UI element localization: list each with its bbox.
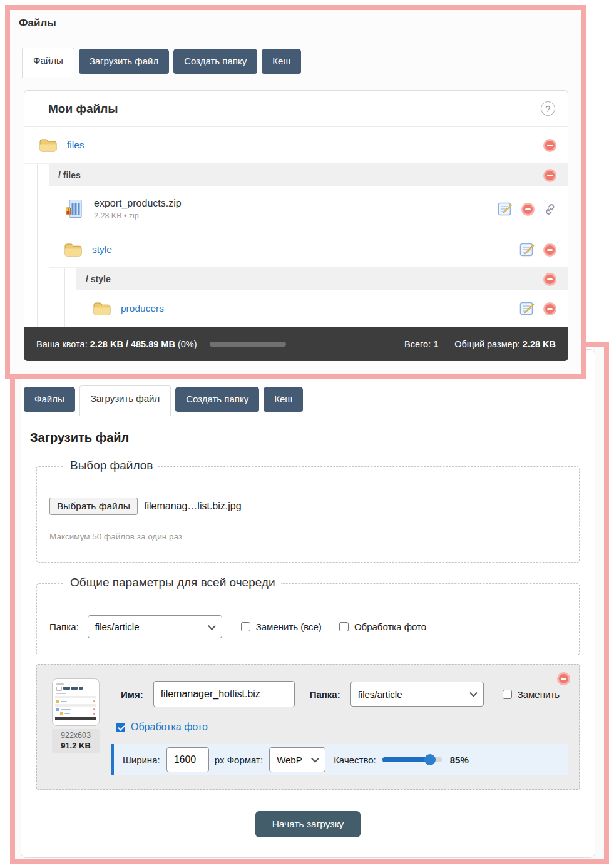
file-row-zip: export_products.zip 2.28 KB • zip	[49, 186, 568, 232]
files-section-annotation-frame: Файлы Файлы Загрузить файл Создать папку…	[5, 5, 586, 379]
quota-bar: Ваша квота: 2.28 KB / 485.89 MB (0%) Все…	[24, 327, 568, 361]
quality-label: Качество:	[334, 755, 376, 765]
folder-select[interactable]: files/article	[88, 615, 222, 638]
photo-processing-checkbox[interactable]	[339, 622, 349, 631]
width-input[interactable]	[166, 747, 209, 772]
tab-create-folder[interactable]: Создать папку	[173, 49, 257, 74]
upload-queue-item: 922x603 91.2 KB Имя: Папка: files/articl…	[36, 664, 580, 790]
tab-cache[interactable]: Кеш	[264, 387, 303, 412]
delete-icon[interactable]	[543, 243, 556, 257]
delete-icon[interactable]	[543, 169, 556, 182]
quality-value: 85%	[450, 755, 469, 765]
remove-item-icon[interactable]	[557, 672, 570, 685]
file-select-legend: Выбор файлов	[64, 459, 158, 472]
common-params-fieldset: Общие параметры для всей очереди Папка: …	[36, 583, 580, 655]
format-select[interactable]: WebP	[269, 747, 325, 772]
item-folder-select[interactable]: files/article	[350, 682, 484, 707]
edit-icon[interactable]	[519, 242, 535, 257]
image-size-chip: 922x603 91.2 KB	[52, 729, 100, 753]
folder-group-files: / files export_products.z	[37, 164, 568, 327]
item-replace-label: Заменить	[518, 689, 560, 700]
replace-all-checkbox[interactable]	[241, 622, 250, 631]
chevron-down-icon	[311, 755, 319, 763]
quota-value: 2.28 KB / 485.89 MB	[90, 339, 175, 349]
path-bar-files: / files	[49, 164, 568, 186]
name-input[interactable]	[153, 681, 295, 707]
quota-percent: (0%)	[178, 339, 197, 349]
path-label: / files	[58, 170, 81, 180]
tab-files[interactable]: Файлы	[22, 48, 74, 78]
image-dimensions: 922x603	[52, 731, 100, 740]
folder-icon	[93, 301, 111, 316]
folder-select-value: files/article	[95, 621, 140, 632]
chevron-down-icon	[208, 622, 216, 630]
folder-link[interactable]: style	[92, 244, 112, 255]
tab-create-folder[interactable]: Создать папку	[175, 387, 259, 412]
folder-link[interactable]: files	[67, 140, 84, 151]
quota-label: Ваша квота:	[36, 339, 88, 349]
folder-row-style: style	[49, 232, 568, 268]
start-upload-button[interactable]: Начать загрузку	[255, 811, 361, 837]
format-select-value: WebP	[277, 755, 302, 765]
quality-slider[interactable]	[382, 754, 442, 765]
folder-group-style: / style producers	[64, 268, 568, 327]
zip-file-icon	[65, 199, 83, 219]
window-title: Файлы	[19, 17, 56, 29]
tab-cache[interactable]: Кеш	[262, 49, 301, 74]
thumbnail-preview	[52, 678, 100, 726]
edit-icon[interactable]	[498, 202, 513, 217]
item-folder-label: Папка:	[310, 689, 340, 700]
folder-row-files: files	[24, 127, 568, 164]
path-label: / style	[86, 274, 111, 284]
name-label: Имя:	[121, 689, 143, 700]
format-label: px Формат:	[215, 755, 263, 765]
width-label: Ширина:	[123, 755, 160, 765]
common-params-legend: Общие параметры для всей очереди	[64, 576, 281, 590]
total-count: Всего: 1	[404, 339, 438, 349]
delete-icon[interactable]	[543, 273, 556, 286]
chevron-down-icon	[469, 689, 478, 697]
total-size: Общий размер: 2.28 KB	[454, 339, 556, 349]
upload-section-annotation-frame: Файлы Загрузить файл Создать папку Кеш З…	[10, 342, 609, 864]
page-title: Загрузить файл	[30, 431, 595, 445]
quota-progress	[210, 342, 286, 347]
help-icon[interactable]: ?	[541, 101, 555, 116]
delete-icon[interactable]	[543, 139, 556, 152]
my-files-panel: Мои файлы ? files / files	[24, 90, 568, 361]
folder-icon	[39, 138, 58, 153]
upload-panel: Файлы Загрузить файл Создать папку Кеш З…	[21, 349, 595, 858]
tab-files[interactable]: Файлы	[24, 387, 75, 412]
link-icon[interactable]	[543, 203, 556, 216]
tab-upload-file[interactable]: Загрузить файл	[79, 49, 169, 74]
files-tab-bar: Файлы Загрузить файл Создать папку Кеш	[22, 48, 581, 78]
file-limit-hint: Максимум 50 файлов за один раз	[49, 532, 566, 543]
thumbnail-column: 922x603 91.2 KB	[52, 678, 100, 753]
edit-icon[interactable]	[519, 301, 535, 316]
item-photo-checkbox[interactable]	[116, 723, 125, 732]
item-folder-value: files/article	[358, 689, 402, 700]
panel-title: Мои файлы	[48, 102, 118, 116]
screenshot-stage: Файлы Загрузить файл Создать папку Кеш З…	[0, 0, 614, 868]
file-meta: 2.28 KB • zip	[94, 212, 182, 220]
item-photo-label[interactable]: Обработка фото	[131, 722, 208, 733]
file-name[interactable]: export_products.zip	[94, 198, 182, 209]
tab-upload-file[interactable]: Загрузить файл	[79, 385, 171, 416]
slider-thumb[interactable]	[424, 754, 436, 765]
choose-files-button[interactable]: Выбрать файлы	[49, 498, 138, 515]
folder-link[interactable]: producers	[121, 303, 164, 314]
delete-icon[interactable]	[521, 203, 535, 216]
window-title-bar: Файлы	[10, 10, 581, 36]
folder-icon	[64, 242, 83, 257]
folder-row-producers: producers	[76, 290, 568, 327]
image-filesize: 91.2 KB	[52, 741, 100, 750]
delete-icon[interactable]	[543, 302, 556, 315]
upload-tab-bar: Файлы Загрузить файл Создать папку Кеш	[24, 385, 595, 416]
folder-label: Папка:	[49, 621, 79, 632]
path-bar-style: / style	[76, 268, 568, 290]
item-replace-checkbox[interactable]	[503, 690, 512, 699]
replace-all-label: Заменить (все)	[256, 621, 322, 632]
photo-processing-label: Обработка фото	[354, 621, 426, 632]
file-select-fieldset: Выбор файлов Выбрать файлы filemanag…lis…	[36, 466, 580, 563]
selected-filename: filemanag…list.biz.jpg	[144, 501, 242, 512]
photo-options-row: Ширина: px Формат: WebP Качество: 85%	[111, 744, 568, 775]
